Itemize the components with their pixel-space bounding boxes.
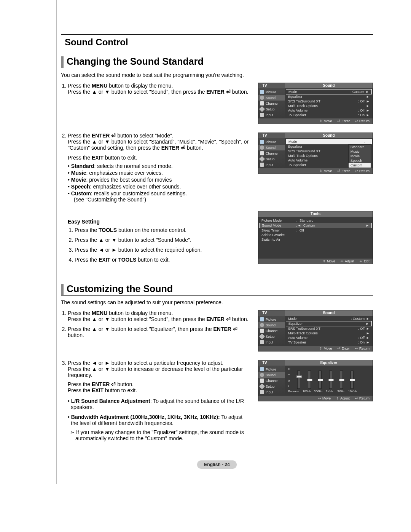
osd-footer-hint: Move xyxy=(319,169,332,173)
osd-menu-row: Mode: Custom► xyxy=(286,316,372,321)
picture-icon xyxy=(260,317,264,321)
osd-sidebar: Picture Sound Channel Setup Input xyxy=(258,366,285,396)
osd-footer-hint: Return xyxy=(355,119,370,123)
picture-icon xyxy=(260,90,264,94)
adjust-description-list: Bandwidth Adjustment (100Hz,300Hz, 1KHz,… xyxy=(68,414,250,426)
tools-row: Picture Mode:Standard xyxy=(259,218,372,223)
sound-icon xyxy=(260,96,264,100)
osd-tv-label: TV xyxy=(258,310,285,316)
tools-row: Sleep Timer:Off xyxy=(259,228,372,233)
intro-paragraph: The sound settings can be adjusted to su… xyxy=(61,299,373,305)
section-heading: Sound Control xyxy=(61,37,373,48)
osd-footer-hint: Exit xyxy=(360,259,370,263)
osd-footer-hint: Move xyxy=(319,347,332,350)
osd-menu-row: TV Speaker: On► xyxy=(286,113,372,117)
eq-slider-100hz xyxy=(308,371,311,389)
eq-slider-balance xyxy=(297,371,300,389)
input-icon xyxy=(260,390,264,394)
osd-title: Sound xyxy=(285,83,373,88)
osd-footer-hint: Adjust xyxy=(341,259,354,263)
osd-tv-label: TV xyxy=(258,133,285,138)
input-icon xyxy=(260,113,264,117)
eq-slider-10khz xyxy=(350,371,354,389)
osd-sidebar: Picture Sound Channel Setup Input xyxy=(258,316,285,346)
step-item: Press the ▲ or ▼ button to select "Sound… xyxy=(75,237,250,243)
osd-menu-row: SRS TruSurround XT: Off► xyxy=(286,326,372,331)
dropdown-option: Speech xyxy=(349,158,371,163)
eq-slider-300hz xyxy=(319,371,322,389)
osd-footer-hint: Adjust xyxy=(336,396,350,400)
equalizer-sliders: R + 0 L xyxy=(295,368,370,389)
subsection-heading: Changing the Sound Standard xyxy=(67,56,204,67)
osd-footer-hint: Return xyxy=(355,396,370,400)
step-list: Press the MENU button to display the men… xyxy=(61,83,250,95)
osd-sound-mode-dropdown: TV Sound Picture Sound Channel Setup Inp… xyxy=(258,133,373,174)
step-item: Press the ENTER ⏎ button to select "Mode… xyxy=(68,133,250,203)
osd-footer-hint: Return xyxy=(355,169,370,173)
setup-icon xyxy=(259,106,265,112)
step-item: Press the ◄ or ► button to select the re… xyxy=(75,247,250,253)
osd-equalizer: TV Equalizer Picture Sound Channel Setup… xyxy=(258,360,373,401)
osd-menu-row: Auto Volume: Off► xyxy=(286,335,372,340)
channel-icon xyxy=(260,379,264,383)
intro-paragraph: You can select the sound mode to best su… xyxy=(61,72,373,78)
osd-sidebar: Picture Sound Channel Setup Input xyxy=(258,88,285,118)
osd-title: Equalizer xyxy=(285,360,373,366)
eq-slider-3khz xyxy=(340,371,343,389)
osd-title: Sound xyxy=(285,133,373,138)
tools-row: Switch to Air xyxy=(259,237,372,242)
step-list: Press the ENTER ⏎ button to select "Mode… xyxy=(61,133,250,203)
osd-sound-equalizer-select: TV Sound Picture Sound Channel Setup Inp… xyxy=(258,310,373,351)
osd-tv-label: TV xyxy=(258,360,285,366)
osd-menu-row: Equalizer► xyxy=(286,94,372,99)
tools-row: Add to Favorite xyxy=(259,233,372,237)
step-item: Press the EXIT or TOOLS button to exit. xyxy=(75,257,250,263)
subsection-heading-row: Changing the Sound Standard xyxy=(61,56,373,68)
mode-dropdown: StandardMusicMovieSpeechCustom xyxy=(348,144,371,168)
dropdown-option: Custom xyxy=(349,163,371,168)
step-list: Press the MENU button to display the men… xyxy=(61,310,250,338)
section-divider xyxy=(61,34,373,35)
osd-menu-row: Multi-Track Options► xyxy=(286,104,372,108)
subsection-heading-row: Customizing the Sound xyxy=(61,283,373,296)
eq-slider-1khz xyxy=(329,371,332,389)
easy-step-list: Press the TOOLS button on the remote con… xyxy=(68,227,250,263)
channel-icon xyxy=(260,329,264,333)
osd-title: Sound xyxy=(285,310,373,316)
input-icon xyxy=(260,340,264,344)
picture-icon xyxy=(260,140,264,144)
subsection-heading: Customizing the Sound xyxy=(67,283,173,294)
input-icon xyxy=(260,163,264,167)
osd-menu-row: Auto Volume: Off► xyxy=(286,108,372,113)
setup-icon xyxy=(259,383,265,390)
osd-footer-hint: Return xyxy=(355,347,370,350)
osd-footer-hint: Enter xyxy=(337,119,350,123)
osd-menu-row: Mode: Custom► xyxy=(286,89,372,94)
channel-icon xyxy=(260,101,264,105)
osd-tv-label: TV xyxy=(258,83,285,88)
setup-icon xyxy=(259,156,265,162)
sound-icon xyxy=(260,373,264,377)
dropdown-option: Movie xyxy=(349,154,371,158)
dropdown-option: Standard xyxy=(349,145,371,149)
setup-icon xyxy=(259,334,265,340)
osd-sound-menu: TV Sound Picture Sound Channel Setup Inp… xyxy=(258,83,373,124)
easy-setting-heading: Easy Setting xyxy=(68,219,250,225)
step-item: Press the MENU button to display the men… xyxy=(68,83,250,95)
osd-footer-hint: Move xyxy=(323,259,335,263)
step-list: Press the ◄ or ► button to select a part… xyxy=(61,360,250,441)
heading-bar-icon xyxy=(61,284,64,295)
tools-row: Sound Mode:◄Custom► xyxy=(259,223,372,228)
adjust-description-list: L/R Sound Balance Adjustment: To adjust … xyxy=(68,398,250,410)
osd-menu-row: Mode: xyxy=(286,139,372,144)
heading-bar-icon xyxy=(61,56,64,68)
dropdown-option: Music xyxy=(349,149,371,154)
note-text: If you make any changes to the "Equalize… xyxy=(68,429,250,441)
tools-title: Tools xyxy=(258,211,373,217)
step-item: Press the MENU button to display the men… xyxy=(68,310,250,322)
osd-tools-menu: Tools Picture Mode:StandardSound Mode:◄C… xyxy=(258,211,373,264)
osd-sidebar: Picture Sound Channel Setup Input xyxy=(258,138,285,168)
sound-icon xyxy=(260,323,264,327)
sound-icon xyxy=(260,145,264,150)
osd-menu-row: SRS TruSurround XT: Off► xyxy=(286,99,372,104)
